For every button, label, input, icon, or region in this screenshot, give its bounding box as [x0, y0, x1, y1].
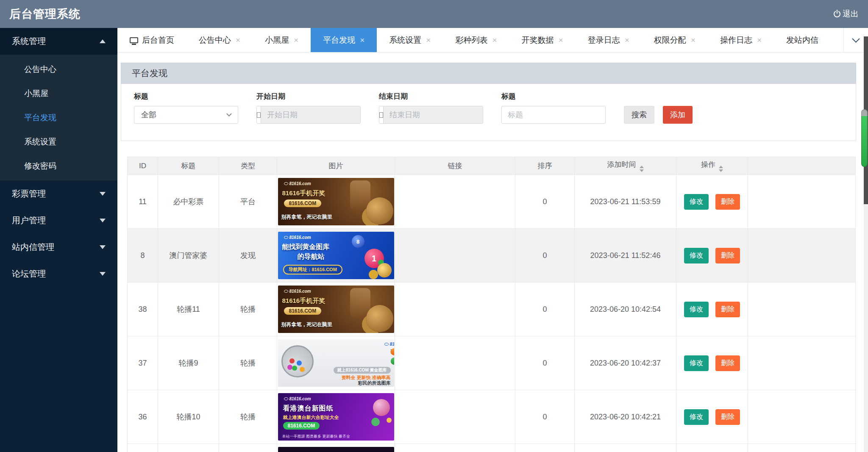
close-icon[interactable] [757, 36, 762, 44]
sidebar-group-forum[interactable]: 论坛管理 [0, 261, 117, 287]
cell-sort: 0 [515, 175, 575, 229]
cell-link [395, 336, 515, 390]
add-button[interactable]: 添加 [663, 106, 693, 124]
tab-platform-discovery[interactable]: 平台发现 [311, 28, 377, 52]
tab-label: 小黑屋 [265, 35, 289, 46]
close-icon[interactable] [426, 36, 431, 44]
tab-home[interactable]: 后台首页 [117, 28, 186, 52]
close-icon[interactable] [294, 36, 298, 44]
sidebar-group-label: 彩票管理 [12, 188, 46, 200]
title-filter-label: 标题 [501, 92, 606, 101]
cell-time: 2023-06-20 10:42:21 [575, 390, 676, 444]
col-time[interactable]: 添加时间 [575, 157, 676, 175]
close-icon[interactable] [691, 36, 696, 44]
delete-button[interactable]: 删除 [715, 355, 740, 371]
calendar-icon[interactable] [257, 106, 261, 123]
scrollbar [864, 36, 868, 452]
close-icon[interactable] [492, 36, 497, 44]
cell-time: 2023-06-21 11:52:46 [575, 229, 676, 283]
cell-title: 轮播11 [158, 283, 219, 336]
tab-label: 开奖数据 [522, 35, 554, 46]
col-image: 图片 [277, 157, 395, 175]
tab-system-settings[interactable]: 系统设置 [377, 28, 443, 52]
edit-button[interactable]: 修改 [684, 248, 709, 263]
search-button[interactable]: 搜索 [624, 106, 654, 124]
col-id: ID [128, 157, 158, 175]
cell-id [128, 444, 158, 452]
cell-type: 轮播 [219, 336, 277, 390]
tab-label: 系统设置 [389, 35, 421, 46]
close-icon[interactable] [236, 36, 240, 44]
tab-login-log[interactable]: 登录日志 [576, 28, 642, 52]
col-title: 标题 [158, 157, 219, 175]
edit-button[interactable]: 修改 [684, 409, 709, 425]
edit-button[interactable]: 修改 [684, 194, 709, 210]
eye-icon [284, 397, 288, 400]
close-icon[interactable] [559, 36, 563, 44]
tab-label: 登录日志 [588, 35, 620, 46]
scrollbar-thumb[interactable] [861, 109, 868, 167]
edit-button[interactable]: 修改 [684, 302, 709, 317]
sidebar-item-announcement-center[interactable]: 公告中心 [0, 57, 117, 81]
tab-blackroom[interactable]: 小黑屋 [253, 28, 311, 52]
cell-empty [748, 390, 856, 444]
cell-id: 36 [128, 390, 158, 444]
sidebar-group-messages[interactable]: 站内信管理 [0, 234, 117, 261]
start-date-input[interactable] [261, 106, 361, 123]
type-select-value: 全部 [141, 110, 156, 120]
sidebar-group-label: 系统管理 [12, 36, 46, 47]
discovery-table: ID 标题 类型 图片 链接 排序 添加时间 操作 [127, 157, 856, 452]
banner-image: 81616.com 81616手机开奖 81616.COM 别再拿笔，死记在脑里 [278, 286, 394, 333]
cell-title: 必中彩票 [158, 175, 219, 229]
close-icon[interactable] [360, 36, 364, 44]
cell-type: 发现 [219, 229, 277, 283]
delete-button[interactable]: 删除 [715, 194, 740, 210]
table-row: 37 轮播9 轮播 81616.com 研究 澳门六合彩 香港六合彩 台湾六合彩… [128, 336, 856, 390]
lottery-cage-icon [281, 345, 314, 377]
scrollbar-track-lower[interactable] [864, 204, 868, 452]
cell-id: 8 [128, 229, 158, 283]
sidebar-group-lottery[interactable]: 彩票管理 [0, 180, 117, 207]
calendar-icon[interactable] [379, 106, 384, 123]
cell-sort [515, 444, 575, 452]
filter-type-label: 标题 [134, 92, 238, 101]
sidebar-item-blackroom[interactable]: 小黑屋 [0, 81, 117, 105]
delete-button[interactable]: 删除 [715, 302, 740, 317]
cell-id: 11 [128, 175, 158, 229]
title-input[interactable] [501, 106, 606, 124]
app-title: 后台管理系统 [9, 6, 81, 22]
cell-empty [748, 444, 856, 452]
lottery-ball-icon [352, 235, 364, 248]
tab-label: 彩种列表 [455, 35, 487, 46]
sidebar-group-users[interactable]: 用户管理 [0, 207, 117, 234]
delete-button[interactable]: 删除 [715, 248, 740, 263]
tab-announcement-center[interactable]: 公告中心 [186, 28, 253, 52]
cell-type: 轮播 [219, 390, 277, 444]
tab-label: 平台发现 [323, 35, 355, 46]
sidebar-item-system-settings[interactable]: 系统设置 [0, 130, 117, 154]
col-actions[interactable]: 操作 [676, 157, 748, 175]
close-icon[interactable] [625, 36, 629, 44]
tab-permissions[interactable]: 权限分配 [642, 28, 708, 52]
cell-link [395, 229, 515, 283]
sidebar-item-platform-discovery[interactable]: 平台发现 [0, 105, 117, 130]
monitor-icon [130, 37, 138, 43]
table-row-partial [128, 444, 856, 452]
cell-link [395, 175, 515, 229]
type-select[interactable]: 全部 [134, 106, 238, 124]
tab-operation-log[interactable]: 操作日志 [708, 28, 774, 52]
delete-button[interactable]: 删除 [715, 409, 740, 425]
sidebar-group-system[interactable]: 系统管理 [0, 28, 117, 55]
end-date-input[interactable] [384, 106, 483, 123]
edit-button[interactable]: 修改 [684, 355, 709, 371]
cell-time: 2023-06-20 10:42:37 [575, 336, 676, 390]
cell-time: 2023-06-20 10:42:54 [575, 283, 676, 336]
sidebar-item-change-password[interactable]: 修改密码 [0, 154, 117, 178]
tab-draw-data[interactable]: 开奖数据 [509, 28, 576, 52]
chevron-down-icon [100, 272, 106, 276]
banner-image: 81616.com 研究 澳门六合彩 香港六合彩 台湾六合彩 就上81616.C… [278, 339, 394, 387]
logout-button[interactable]: 退出 [834, 8, 859, 19]
tab-send-message[interactable]: 发站内信 [774, 28, 831, 52]
tab-lottery-types[interactable]: 彩种列表 [443, 28, 509, 52]
cell-empty [748, 336, 856, 390]
